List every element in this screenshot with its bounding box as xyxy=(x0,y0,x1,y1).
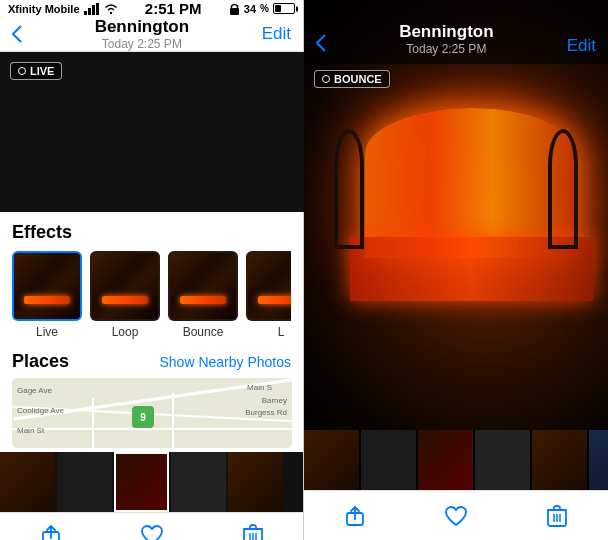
effects-title: Effects xyxy=(12,222,291,243)
svg-rect-4 xyxy=(230,8,239,15)
effect-loop-label: Loop xyxy=(112,325,139,339)
left-toolbar xyxy=(0,512,303,540)
left-status-right: 34 % xyxy=(229,2,295,15)
effect-loop[interactable]: Loop xyxy=(90,251,160,339)
effect-bounce-label: Bounce xyxy=(183,325,224,339)
left-signal-icon xyxy=(84,3,100,15)
left-edit-button[interactable]: Edit xyxy=(262,24,291,44)
effect-bounce-thumb[interactable] xyxy=(168,251,238,321)
effect-long-exposure[interactable]: L xyxy=(246,251,291,339)
places-title: Places xyxy=(12,351,69,372)
effect-le-thumb[interactable] xyxy=(246,251,291,321)
svg-rect-0 xyxy=(84,11,87,15)
effect-loop-thumb[interactable] xyxy=(90,251,160,321)
left-nav-bar: Bennington Today 2:25 PM Edit xyxy=(0,17,303,52)
left-wifi-icon xyxy=(104,3,118,14)
svg-rect-2 xyxy=(92,5,95,15)
left-battery-pct: 34 xyxy=(244,3,256,15)
left-battery-icon xyxy=(273,3,295,14)
right-trash-button[interactable] xyxy=(535,494,579,538)
left-carrier: Xfinity Mobile xyxy=(8,3,80,15)
filmstrip-item[interactable] xyxy=(171,452,226,512)
left-status-left: Xfinity Mobile xyxy=(8,3,118,15)
filmstrip-item[interactable] xyxy=(0,452,55,512)
effect-le-label: L xyxy=(278,325,285,339)
left-share-button[interactable] xyxy=(29,513,73,540)
places-header: Places Show Nearby Photos xyxy=(12,351,291,372)
svg-rect-1 xyxy=(88,8,91,15)
left-photo-preview: LIVE xyxy=(0,52,304,212)
left-panel: Xfinity Mobile 2:51 PM 34 % xyxy=(0,0,304,540)
effect-live[interactable]: Live xyxy=(12,251,82,339)
left-time: 2:51 PM xyxy=(145,0,202,17)
right-share-button[interactable] xyxy=(333,494,377,538)
right-filmstrip-item[interactable] xyxy=(532,430,587,490)
left-live-badge: LIVE xyxy=(10,62,62,80)
right-filmstrip-item[interactable] xyxy=(304,430,359,490)
svg-rect-3 xyxy=(96,3,99,15)
right-main-photo: BOUNCE xyxy=(304,0,608,430)
left-status-bar: Xfinity Mobile 2:51 PM 34 % xyxy=(0,0,303,17)
effect-live-label: Live xyxy=(36,325,58,339)
right-filmstrip-item[interactable] xyxy=(418,430,473,490)
left-heart-button[interactable] xyxy=(130,513,174,540)
effect-live-thumb[interactable] xyxy=(12,251,82,321)
right-title: Bennington xyxy=(399,22,493,42)
left-subtitle: Today 2:25 PM xyxy=(95,37,189,51)
right-heart-button[interactable] xyxy=(434,494,478,538)
right-nav-title: Bennington Today 2:25 PM xyxy=(399,2,493,56)
right-filmstrip-item[interactable] xyxy=(589,430,608,490)
filmstrip-item-active[interactable] xyxy=(114,452,169,512)
left-places-section: Places Show Nearby Photos Gage Ave Cooli… xyxy=(0,345,303,452)
live-dot-icon xyxy=(18,67,26,75)
effects-row: Live Loop Bounce L xyxy=(12,251,291,339)
left-back-button[interactable] xyxy=(12,25,22,43)
left-lock-icon xyxy=(229,2,240,15)
effect-bounce[interactable]: Bounce xyxy=(168,251,238,339)
bounce-dot-icon xyxy=(322,75,330,83)
filmstrip-item[interactable] xyxy=(57,452,112,512)
left-title: Bennington xyxy=(95,17,189,37)
show-nearby-button[interactable]: Show Nearby Photos xyxy=(159,354,291,370)
right-subtitle: Today 2:25 PM xyxy=(399,42,493,56)
fire-effect xyxy=(365,108,578,259)
left-filmstrip xyxy=(0,452,303,512)
left-nav-title: Bennington Today 2:25 PM xyxy=(95,17,189,51)
right-filmstrip xyxy=(304,430,608,490)
right-back-button[interactable] xyxy=(316,14,326,56)
left-trash-button[interactable] xyxy=(231,513,275,540)
map-pin: 9 xyxy=(132,406,154,428)
map-thumbnail[interactable]: Gage Ave Coolidge Ave Main St Main S Bar… xyxy=(12,378,292,448)
left-effects-section: Effects Live Loop Bounce xyxy=(0,212,303,345)
right-bounce-badge: BOUNCE xyxy=(314,70,390,88)
right-edit-button[interactable]: Edit xyxy=(567,16,596,56)
right-filmstrip-item[interactable] xyxy=(475,430,530,490)
right-panel: Bennington Today 2:25 PM Edit BOUNCE xyxy=(304,0,608,540)
filmstrip-item[interactable] xyxy=(228,452,283,512)
right-toolbar xyxy=(304,490,608,540)
right-nav-bar: Bennington Today 2:25 PM Edit xyxy=(304,0,608,64)
right-filmstrip-item[interactable] xyxy=(361,430,416,490)
